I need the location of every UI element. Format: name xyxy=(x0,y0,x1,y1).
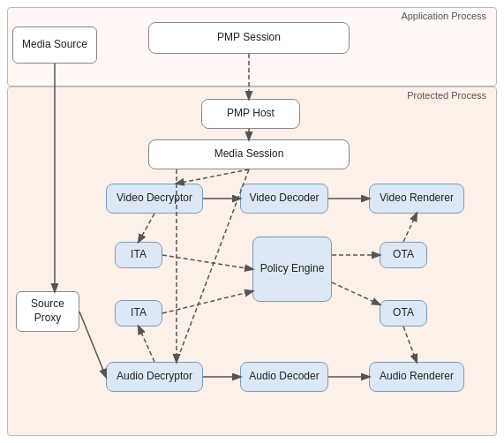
audio-renderer-box: Audio Renderer xyxy=(369,362,464,392)
video-renderer-box: Video Renderer xyxy=(369,184,464,214)
ita-bottom-box: ITA xyxy=(115,300,162,327)
video-decoder-box: Video Decoder xyxy=(240,184,328,214)
diagram-container: Application Process Protected Process Me… xyxy=(0,0,504,443)
audio-decoder-box: Audio Decoder xyxy=(240,362,328,392)
app-process-label: Application Process xyxy=(401,11,486,21)
ota-bottom-box: OTA xyxy=(380,300,427,327)
ota-top-box: OTA xyxy=(380,242,427,268)
policy-engine-box: Policy Engine xyxy=(252,237,332,302)
media-session-box: Media Session xyxy=(148,139,350,169)
media-source-box: Media Source xyxy=(12,26,97,64)
pmp-session-box: PMP Session xyxy=(148,22,350,54)
protected-process-label: Protected Process xyxy=(407,90,486,101)
audio-decryptor-box: Audio Decryptor xyxy=(106,362,203,392)
ita-top-box: ITA xyxy=(115,242,162,268)
video-decryptor-box: Video Decryptor xyxy=(106,184,203,214)
pmp-host-box: PMP Host xyxy=(201,99,300,129)
source-proxy-box: Source Proxy xyxy=(16,291,79,332)
